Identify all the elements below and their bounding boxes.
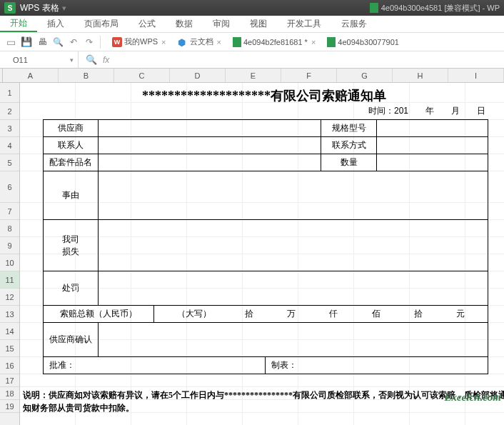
col-header-F[interactable]: F xyxy=(281,69,337,82)
tab-my-wps[interactable]: W 我的WPS × xyxy=(108,35,171,49)
row-header-16[interactable]: 16 xyxy=(0,357,19,374)
spreadsheet-icon xyxy=(233,37,241,47)
menu-bar: 开始 插入 页面布局 公式 数据 审阅 视图 开发工具 云服务 xyxy=(0,16,504,33)
col-header-A[interactable]: A xyxy=(3,69,59,82)
row-header-13[interactable]: 13 xyxy=(0,306,19,323)
menu-dev-tools[interactable]: 开发工具 xyxy=(277,16,331,32)
row-header-5[interactable]: 5 xyxy=(0,154,19,171)
tab-label: 云文档 xyxy=(190,36,213,47)
watermark: Excelcn.com xyxy=(444,391,501,404)
time-label: 时间：201 xyxy=(368,105,408,117)
row-header-12[interactable]: 12 xyxy=(0,289,19,306)
col-header-H[interactable]: H xyxy=(393,69,448,82)
row-header-6[interactable]: 6 xyxy=(0,171,19,203)
col-header-E[interactable]: E xyxy=(226,69,281,82)
row-supplier: 供应商 规格型号 xyxy=(43,120,488,137)
document-icon xyxy=(370,3,378,13)
day-label: 日 xyxy=(460,105,485,117)
label-part-name: 配套件品名 xyxy=(43,154,99,171)
app-name: WPS 表格 xyxy=(20,2,59,14)
row-header-14[interactable]: 14 xyxy=(0,323,19,340)
value-supplier[interactable] xyxy=(99,120,321,137)
value-part-name[interactable] xyxy=(99,154,321,171)
row-header-11[interactable]: 11 xyxy=(0,271,19,289)
name-box[interactable]: O11 xyxy=(0,51,79,68)
u-bai: 佰 xyxy=(372,308,380,320)
document-title: 4e094b300e4581 [兼容模式] - WP xyxy=(381,3,500,14)
value-spec[interactable] xyxy=(377,120,488,137)
value-contact-method[interactable] xyxy=(377,137,488,154)
col-header-G[interactable]: G xyxy=(337,69,393,82)
menu-start[interactable]: 开始 xyxy=(0,16,37,32)
row-header-18[interactable]: 18 xyxy=(0,387,19,400)
u-shi2: 拾 xyxy=(414,308,423,320)
row-headers: 12345678910111213141516171819 xyxy=(0,83,20,425)
menu-data[interactable]: 数据 xyxy=(166,16,203,32)
label-penalty: 处罚 xyxy=(43,271,99,306)
row-header-10[interactable]: 10 xyxy=(0,254,19,271)
col-header-C[interactable]: C xyxy=(114,69,170,82)
row-header-17[interactable]: 17 xyxy=(0,374,19,387)
menu-view[interactable]: 视图 xyxy=(240,16,277,32)
undo-icon[interactable]: ↶ xyxy=(66,35,81,49)
year-label: 年 xyxy=(408,105,434,117)
menu-page-layout[interactable]: 页面布局 xyxy=(74,16,128,32)
row-header-7[interactable]: 7 xyxy=(0,203,19,220)
row-header-1[interactable]: 1 xyxy=(0,83,19,103)
close-icon[interactable]: × xyxy=(161,38,166,46)
close-icon[interactable]: × xyxy=(217,38,221,46)
value-qty[interactable] xyxy=(377,154,488,171)
label-contact: 联系人 xyxy=(43,137,99,154)
row-header-15[interactable]: 15 xyxy=(0,340,19,357)
row-header-3[interactable]: 3 xyxy=(0,120,19,137)
tab-cloud-doc[interactable]: ⬢ 云文档 × xyxy=(173,35,226,49)
save-icon[interactable]: 💾 xyxy=(19,35,34,49)
upper-label: （大写） xyxy=(177,308,211,320)
cube-icon: ⬢ xyxy=(178,37,188,47)
value-total-upper[interactable]: （大写） 拾 万 仟 佰 拾 元 xyxy=(154,306,488,323)
spreadsheet: ABCDEFGHI 12345678910111213141516171819 … xyxy=(0,69,504,425)
label-contact-method: 联系方式 xyxy=(321,137,377,154)
menu-cloud[interactable]: 云服务 xyxy=(331,16,377,32)
col-header-I[interactable]: I xyxy=(448,69,504,82)
value-confirm[interactable] xyxy=(99,323,488,357)
row-reason: 事由 xyxy=(43,171,488,220)
value-reason[interactable] xyxy=(99,171,488,220)
row-header-8[interactable]: 8 xyxy=(0,220,19,237)
label-maker: 制表： xyxy=(266,357,488,374)
print-icon[interactable]: 🖶 xyxy=(35,35,49,49)
value-loss[interactable] xyxy=(99,220,488,271)
fx-label[interactable]: fx xyxy=(103,55,109,65)
menu-insert[interactable]: 插入 xyxy=(37,16,74,32)
row-header-4[interactable]: 4 xyxy=(0,137,19,154)
col-header-D[interactable]: D xyxy=(170,69,226,82)
toolbar: ▭ 💾 🖶 🔍 ↶ ↷ W 我的WPS × ⬢ 云文档 × 4e094b2fe8… xyxy=(0,33,504,51)
label-supplier: 供应商 xyxy=(43,120,99,137)
print-preview-icon[interactable]: 🔍 xyxy=(51,35,65,49)
spreadsheet-icon xyxy=(327,37,336,47)
tab-doc-1[interactable]: 4e094b2fe81681 * × xyxy=(228,36,320,49)
dropdown-icon[interactable]: ▾ xyxy=(62,4,66,13)
row-header-2[interactable]: 2 xyxy=(0,103,19,120)
redo-icon[interactable]: ↷ xyxy=(82,35,96,49)
value-penalty[interactable] xyxy=(99,271,488,306)
u-shi: 拾 xyxy=(245,308,253,320)
close-icon[interactable]: × xyxy=(311,38,316,46)
tab-label: 我的WPS xyxy=(124,36,158,47)
label-loss: 我司 损失 xyxy=(43,220,99,271)
u-qian: 仟 xyxy=(329,308,338,320)
time-row: 时间：201 年 月 日 xyxy=(43,103,488,120)
search-icon[interactable]: 🔍 xyxy=(86,54,97,65)
col-header-B[interactable]: B xyxy=(59,69,114,82)
row-header-19[interactable]: 19 xyxy=(0,400,19,413)
new-icon[interactable]: ▭ xyxy=(4,35,18,49)
title-bar: S WPS 表格 ▾ 4e094b300e4581 [兼容模式] - WP xyxy=(0,0,504,16)
row-header-9[interactable]: 9 xyxy=(0,237,19,254)
menu-formula[interactable]: 公式 xyxy=(128,16,166,32)
cells-area[interactable]: ********************有限公司索赔通知单 时间：201 年 月… xyxy=(20,83,504,425)
value-contact[interactable] xyxy=(99,137,321,154)
menu-review[interactable]: 审阅 xyxy=(203,16,240,32)
tab-doc-2[interactable]: 4e094b30077901 xyxy=(323,36,403,49)
row-loss: 我司 损失 xyxy=(43,220,488,271)
label-qty: 数量 xyxy=(321,154,377,171)
